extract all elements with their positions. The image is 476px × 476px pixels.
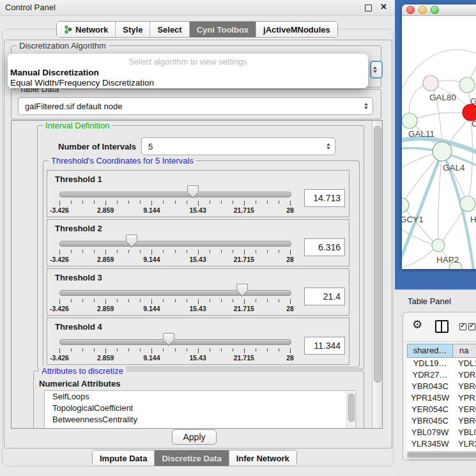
tick-mark xyxy=(279,250,279,253)
number-of-intervals-combobox[interactable]: 5 xyxy=(141,137,335,155)
close-icon[interactable]: ✕ xyxy=(380,2,387,12)
attribute-list-item[interactable]: SelfLoops xyxy=(45,391,355,403)
minimize-window-icon[interactable] xyxy=(418,6,427,14)
cell-shared-name[interactable]: YPR145W xyxy=(407,392,453,404)
threshold-panel: Threshold 2-3.4262.8599.14415.4321.71528… xyxy=(47,219,349,266)
cell-name[interactable]: YLR3 xyxy=(453,438,476,450)
column-header-shared[interactable]: shared… xyxy=(407,344,453,358)
slider-thumb[interactable] xyxy=(187,185,199,192)
apply-button[interactable]: Apply xyxy=(172,429,217,445)
tick-mark xyxy=(290,299,291,304)
list-scrollbar[interactable] xyxy=(346,392,355,429)
attributes-group-label: Attributes to discretize xyxy=(39,366,126,376)
tick-mark xyxy=(187,348,187,351)
cell-shared-name[interactable]: YDR27… xyxy=(407,369,453,381)
algorithm-dropdown-popup: Select algorithm to view settings Manual… xyxy=(8,54,368,88)
network-node[interactable] xyxy=(460,196,475,211)
dropdown-option-manual[interactable]: Manual Discretization xyxy=(8,66,368,77)
table-header-row: shared… na xyxy=(407,344,476,358)
tick-mark xyxy=(233,201,233,204)
table-row[interactable]: YBR045CYBR0 xyxy=(407,415,476,427)
network-node[interactable] xyxy=(402,113,417,128)
tick-mark xyxy=(198,201,199,206)
slider-thumb[interactable] xyxy=(163,333,174,340)
cell-shared-name[interactable]: YBL079W xyxy=(407,427,453,438)
tick-label: -3.426 xyxy=(45,305,73,312)
network-window-frame: GAL80GACGAL11GAL4GCY1HHAP2 xyxy=(395,0,476,289)
tab-cyni-toolbox[interactable]: Cyni Toolbox xyxy=(189,22,256,37)
tick-mark xyxy=(82,250,83,253)
table-row[interactable]: YDR27…YDR2 xyxy=(407,369,476,381)
table-row[interactable]: YLR345WYLR3 xyxy=(407,438,476,450)
network-node[interactable] xyxy=(402,198,409,212)
threshold-value-field[interactable]: 21.4 xyxy=(304,288,345,305)
table-row[interactable]: YPR145WYPR1 xyxy=(407,392,476,404)
cell-name[interactable]: YDR2 xyxy=(453,369,476,381)
checkbox-icon[interactable] xyxy=(468,323,475,330)
tick-mark xyxy=(71,348,72,351)
cell-shared-name[interactable]: YBR043C xyxy=(407,381,453,392)
tab-discretize-data[interactable]: Discretize Data xyxy=(154,450,228,466)
tick-mark xyxy=(82,348,83,351)
tick-label: 28 xyxy=(276,305,304,312)
threshold-value-field[interactable]: 6.316 xyxy=(304,238,345,256)
tick-label: 15.43 xyxy=(184,206,212,214)
threshold-value-field[interactable]: 11.344 xyxy=(304,337,345,355)
network-node[interactable] xyxy=(432,239,445,252)
tab-infer-network[interactable]: Infer Network xyxy=(229,450,296,466)
network-canvas[interactable]: GAL80GACGAL11GAL4GCY1HHAP2 xyxy=(402,16,476,269)
cell-name[interactable]: YBR0 xyxy=(453,415,476,427)
attribute-list-item[interactable]: BetweennessCentrality xyxy=(45,414,355,426)
cell-shared-name[interactable]: YDL19… xyxy=(407,358,453,369)
cell-shared-name[interactable]: YER054C xyxy=(407,404,453,415)
cell-name[interactable]: YDL1 xyxy=(453,358,476,369)
top-tab-bar: NetworkStyleSelectCyni ToolboxjActiveMNo… xyxy=(56,21,338,38)
gear-icon[interactable]: ⚙ xyxy=(412,319,422,330)
column-header-name[interactable]: na xyxy=(453,344,476,358)
list-scrollbar-thumb[interactable] xyxy=(348,394,355,422)
float-window-icon[interactable] xyxy=(365,4,372,12)
horizontal-scrollbar-thumb[interactable] xyxy=(408,452,476,457)
network-node[interactable] xyxy=(423,75,438,91)
slider-track[interactable] xyxy=(59,290,291,296)
panel-scrollbar-thumb[interactable] xyxy=(374,126,381,383)
panel-scrollbar[interactable] xyxy=(372,121,382,428)
tick-mark xyxy=(256,299,256,302)
slider-thumb[interactable] xyxy=(236,284,248,291)
cell-name[interactable]: YPR1 xyxy=(453,392,476,404)
network-node[interactable] xyxy=(433,142,452,161)
cell-name[interactable]: YBL0 xyxy=(453,427,476,438)
cell-name[interactable]: YER0 xyxy=(453,404,476,415)
tab-style[interactable]: Style xyxy=(115,22,150,37)
cell-name[interactable]: YBR0 xyxy=(453,381,476,392)
control-panel: Control Panel ✕ NetworkStyleSelectCyni T… xyxy=(0,0,395,476)
close-window-icon[interactable] xyxy=(406,6,415,14)
tab-network[interactable]: Network xyxy=(57,22,115,37)
horizontal-scrollbar[interactable] xyxy=(406,451,476,460)
table-row[interactable]: YER054CYER0 xyxy=(407,404,476,415)
table-row[interactable]: YDL19…YDL1 xyxy=(407,358,476,369)
cell-shared-name[interactable]: YLR345W xyxy=(407,438,453,450)
slider-thumb[interactable] xyxy=(126,234,137,242)
slider-track[interactable] xyxy=(59,241,291,247)
split-columns-icon[interactable] xyxy=(435,320,449,333)
algorithm-combo-spinner[interactable] xyxy=(370,61,383,79)
threshold-value-field[interactable]: 14.713 xyxy=(304,189,345,207)
tick-mark xyxy=(128,299,129,302)
network-edge xyxy=(410,112,468,121)
slider-track[interactable] xyxy=(59,192,291,197)
cell-shared-name[interactable]: YBR045C xyxy=(407,415,453,427)
tab-jactivemnodules[interactable]: jActiveMNodules xyxy=(256,22,337,37)
table-data-combobox[interactable]: galFiltered.sif default node xyxy=(18,97,373,115)
zoom-window-icon[interactable] xyxy=(431,6,439,14)
table-row[interactable]: YBR043CYBR0 xyxy=(407,381,476,392)
table-row[interactable]: YBL079WYBL0 xyxy=(407,427,476,438)
attribute-list-item[interactable]: TopologicalCoefficient xyxy=(45,403,355,414)
network-node[interactable] xyxy=(459,77,475,93)
slider-track[interactable] xyxy=(59,339,291,345)
tab-impute-data[interactable]: Impute Data xyxy=(93,450,154,466)
tab-select[interactable]: Select xyxy=(150,22,188,37)
dropdown-option-equal-width[interactable]: Equal Width/Frequency Discretization xyxy=(8,77,368,88)
numerical-attributes-list[interactable]: SelfLoopsTopologicalCoefficientBetweenne… xyxy=(44,390,356,429)
checkbox-icon[interactable] xyxy=(459,323,466,330)
